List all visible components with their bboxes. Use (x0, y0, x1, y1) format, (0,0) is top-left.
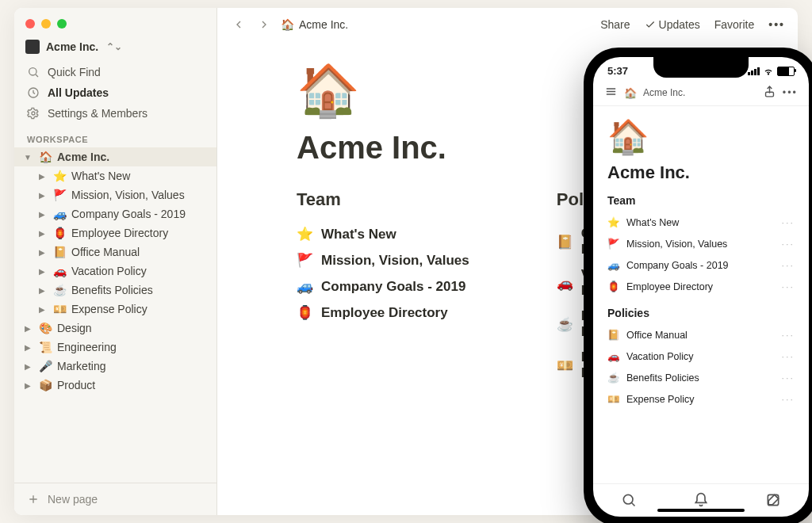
chevron-right-icon[interactable]: ▶ (36, 229, 48, 238)
mobile-menu-button[interactable] (604, 85, 618, 101)
chevron-right-icon[interactable]: ▶ (36, 191, 48, 200)
row-more-icon[interactable]: ··· (782, 330, 795, 341)
mobile-page-link[interactable]: 💴Expense Policy··· (607, 388, 795, 410)
link-label: What's New (321, 227, 396, 242)
mobile-page-link[interactable]: ☕Benefits Policies··· (607, 367, 795, 388)
mobile-breadcrumb[interactable]: Acme Inc. (643, 87, 685, 98)
tree-item[interactable]: ▼🏠Acme Inc. (14, 147, 216, 166)
page-emoji: 🎨 (38, 322, 52, 334)
page-link[interactable]: ⭐What's New (297, 221, 469, 247)
mobile-hero-emoji[interactable]: 🏠 (607, 117, 795, 156)
row-more-icon[interactable]: ··· (782, 372, 795, 384)
mobile-page-link[interactable]: 🚙Company Goals - 2019··· (607, 254, 795, 276)
row-more-icon[interactable]: ··· (782, 239, 795, 250)
tree-item[interactable]: ▶🏮Employee Directory (14, 223, 216, 242)
favorite-button[interactable]: Favorite (714, 18, 755, 31)
plus-icon (27, 493, 40, 506)
tree-item[interactable]: ▶📜Engineering (14, 338, 216, 357)
tree-item[interactable]: ▶📦Product (14, 376, 216, 395)
chevron-right-icon[interactable]: ▶ (36, 305, 48, 314)
page-emoji: 💴 (52, 303, 67, 315)
mobile-page-link[interactable]: 🚗Vacation Policy··· (607, 345, 795, 367)
tree-item[interactable]: ▶🎤Marketing (14, 357, 216, 376)
svg-point-6 (768, 73, 768, 74)
tree-item[interactable]: ▶🚙Company Goals - 2019 (14, 204, 216, 223)
page-emoji: 📦 (38, 379, 52, 391)
workspace-name: Acme Inc. (46, 40, 98, 53)
row-more-icon[interactable]: ··· (782, 217, 795, 228)
chevron-right-icon[interactable]: ▶ (22, 381, 33, 390)
chevron-right-icon[interactable]: ▶ (36, 248, 48, 257)
chevron-right-icon[interactable]: ▶ (36, 210, 48, 219)
close-window-dot[interactable] (25, 19, 35, 29)
share-button[interactable]: Share (600, 18, 630, 31)
tree-item-label: Vacation Policy (71, 265, 209, 277)
tree-item[interactable]: ▶⭐What's New (14, 166, 216, 185)
link-label: Mission, Vision, Values (321, 253, 469, 269)
mobile-page-link[interactable]: 🚩Mission, Vision, Values··· (607, 233, 795, 254)
tree-item[interactable]: ▶🎨Design (14, 319, 216, 338)
search-icon (621, 492, 637, 508)
mobile-more-button[interactable]: ••• (783, 87, 798, 98)
mobile-share-button[interactable] (763, 85, 776, 101)
column-heading[interactable]: Team (297, 189, 469, 210)
tree-item[interactable]: ▶🚗Vacation Policy (14, 262, 216, 281)
page-link[interactable]: 🚩Mission, Vision, Values (297, 247, 469, 273)
workspace-logo (25, 40, 40, 54)
all-updates[interactable]: All Updates (14, 82, 216, 103)
chevron-right-icon[interactable]: ▶ (36, 267, 48, 276)
page-link[interactable]: 🏮Employee Directory (297, 300, 469, 326)
mobile-preview: 5:37 🏠 Acme Inc. ••• 🏠 Acme Inc. Team⭐Wh… (584, 48, 812, 523)
workspace-switcher[interactable]: Acme Inc. ⌃⌄ (14, 35, 216, 62)
tree-item[interactable]: ▶📔Office Manual (14, 242, 216, 262)
mobile-page-link[interactable]: 📔Office Manual··· (607, 324, 795, 345)
row-more-icon[interactable]: ··· (782, 281, 795, 292)
chevron-right-icon[interactable]: ▶ (22, 362, 33, 371)
chevron-right-icon[interactable]: ▶ (22, 343, 33, 352)
mobile-page-title[interactable]: Acme Inc. (607, 162, 795, 183)
clock-icon (27, 86, 40, 99)
chevron-down-icon[interactable]: ▼ (22, 153, 33, 162)
quick-find[interactable]: Quick Find (14, 62, 216, 82)
updates-button[interactable]: Updates (645, 18, 700, 31)
mobile-page-link[interactable]: ⭐What's New··· (607, 212, 795, 233)
bell-icon (693, 492, 709, 508)
link-emoji: 🏮 (607, 281, 620, 292)
new-page-button[interactable]: New page (14, 483, 216, 515)
minimize-window-dot[interactable] (41, 19, 51, 29)
page-link[interactable]: 🚙Company Goals - 2019 (297, 273, 469, 300)
link-label: Expense Policy (626, 394, 694, 405)
page-emoji: 🏮 (52, 227, 67, 239)
mobile-tab-search[interactable] (621, 492, 637, 510)
tree-item-label: Expense Policy (71, 303, 209, 315)
tree-item-label: Marketing (57, 360, 209, 372)
tree-item[interactable]: ▶🚩Mission, Vision, Values (14, 185, 216, 204)
tree-item-label: Mission, Vision, Values (71, 189, 209, 201)
nav-back-button[interactable] (230, 16, 247, 33)
mobile-topbar: 🏠 Acme Inc. ••• (593, 77, 809, 106)
row-more-icon[interactable]: ··· (782, 394, 795, 405)
check-icon (645, 19, 656, 30)
tree-item[interactable]: ▶💴Expense Policy (14, 300, 216, 319)
tree-item[interactable]: ▶☕Benefits Policies (14, 281, 216, 300)
tree-item-label: Product (57, 379, 209, 391)
mobile-tab-notifications[interactable] (693, 492, 709, 510)
mobile-tab-compose[interactable] (765, 492, 781, 510)
breadcrumb[interactable]: 🏠 Acme Inc. (281, 18, 348, 31)
zoom-window-dot[interactable] (57, 19, 67, 29)
settings-members[interactable]: Settings & Members (14, 103, 216, 124)
mobile-section-heading[interactable]: Policies (607, 307, 795, 319)
mobile-screen: 5:37 🏠 Acme Inc. ••• 🏠 Acme Inc. Team⭐Wh… (593, 57, 809, 517)
row-more-icon[interactable]: ··· (782, 260, 795, 271)
chevron-right-icon[interactable]: ▶ (36, 286, 48, 295)
mobile-section-heading[interactable]: Team (607, 194, 795, 207)
all-updates-label: All Updates (48, 86, 109, 99)
nav-forward-button[interactable] (255, 16, 273, 33)
link-label: Mission, Vision, Values (626, 239, 727, 250)
row-more-icon[interactable]: ··· (782, 351, 795, 362)
more-menu-button[interactable]: ••• (768, 18, 785, 31)
mobile-page-link[interactable]: 🏮Employee Directory··· (607, 276, 795, 297)
link-emoji: 🚙 (607, 259, 620, 271)
chevron-right-icon[interactable]: ▶ (36, 172, 48, 181)
chevron-right-icon[interactable]: ▶ (22, 324, 33, 333)
